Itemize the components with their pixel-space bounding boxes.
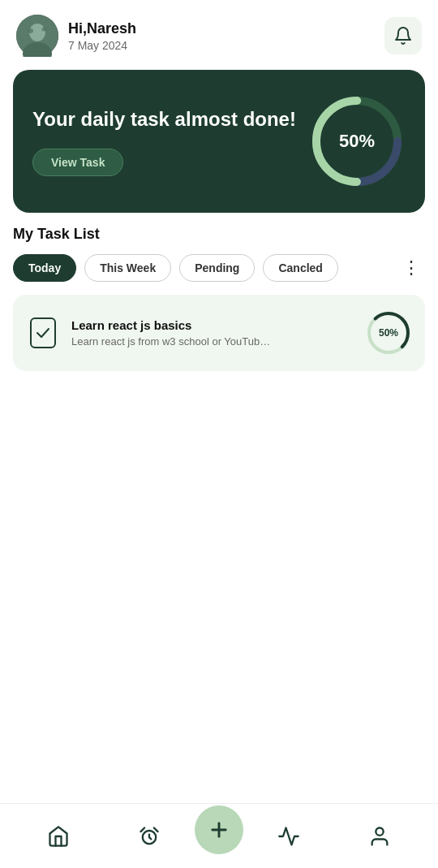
svg-rect-8 xyxy=(31,318,55,348)
banner-left: Your daily task almost done! View Task xyxy=(32,106,308,175)
svg-line-13 xyxy=(154,827,158,831)
header-left: Hi,Naresh 7 May 2024 xyxy=(16,15,136,57)
task-description: Learn react js from w3 school or YouTub… xyxy=(71,335,354,348)
svg-line-12 xyxy=(141,827,145,831)
banner-progress-text: 50% xyxy=(339,131,375,152)
filter-today[interactable]: Today xyxy=(13,254,76,282)
more-options-button[interactable]: ⋮ xyxy=(397,254,425,282)
filter-pending[interactable]: Pending xyxy=(179,254,255,282)
filter-row: Today This Week Pending Cancled ⋮ xyxy=(0,254,438,282)
task-progress-text: 50% xyxy=(379,327,398,339)
view-task-button[interactable]: View Task xyxy=(32,149,123,176)
nav-alarm[interactable] xyxy=(104,825,195,848)
fab-add-button[interactable] xyxy=(195,805,243,854)
bell-button[interactable] xyxy=(384,17,422,54)
banner-title: Your daily task almost done! xyxy=(32,106,308,132)
banner-progress-ring: 50% xyxy=(308,93,406,190)
nav-profile[interactable] xyxy=(334,825,425,848)
task-progress-ring: 50% xyxy=(365,309,412,356)
svg-point-3 xyxy=(28,28,33,33)
plus-icon xyxy=(208,818,230,841)
avatar xyxy=(16,15,58,57)
task-name: Learn react js basics xyxy=(71,318,354,332)
analytics-icon xyxy=(277,825,300,848)
filter-cancled[interactable]: Cancled xyxy=(263,254,337,282)
nav-home[interactable] xyxy=(13,825,104,848)
bell-icon xyxy=(393,26,413,45)
bottom-spacer xyxy=(0,371,438,452)
filter-this-week[interactable]: This Week xyxy=(84,254,171,282)
nav-analytics[interactable] xyxy=(243,825,334,848)
bottom-nav xyxy=(0,803,438,868)
home-icon xyxy=(47,825,70,848)
greeting-text: Hi,Naresh xyxy=(68,20,136,37)
svg-point-4 xyxy=(42,28,46,32)
task-info: Learn react js basics Learn react js fro… xyxy=(71,318,354,348)
svg-point-16 xyxy=(376,827,383,835)
section-title: My Task List xyxy=(0,226,438,243)
profile-icon xyxy=(368,825,391,848)
greeting-block: Hi,Naresh 7 May 2024 xyxy=(68,20,136,52)
header: Hi,Naresh 7 May 2024 xyxy=(0,0,438,67)
date-text: 7 May 2024 xyxy=(68,39,136,52)
daily-task-banner: Your daily task almost done! View Task 5… xyxy=(13,70,425,213)
alarm-icon xyxy=(138,825,161,848)
task-card[interactable]: Learn react js basics Learn react js fro… xyxy=(13,295,425,371)
task-icon xyxy=(26,316,60,350)
